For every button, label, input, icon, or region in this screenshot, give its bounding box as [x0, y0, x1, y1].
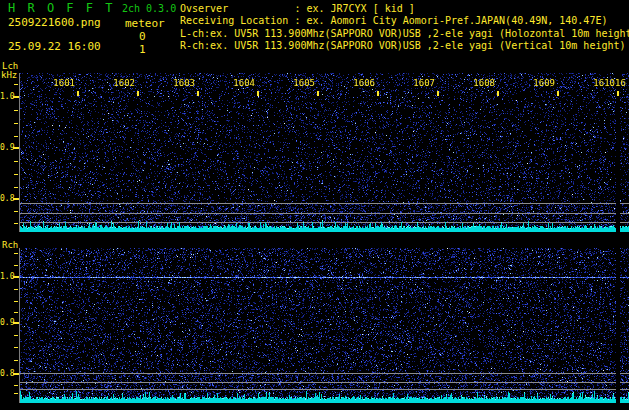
minute-tick — [557, 91, 559, 96]
freq-minor-tick — [14, 211, 18, 212]
time-label: 1608 — [471, 78, 495, 89]
freq-minor-tick — [14, 84, 18, 85]
freq-minor-tick — [14, 187, 18, 188]
time-label: 1610 — [591, 78, 615, 89]
freq-minor-tick — [14, 161, 18, 162]
time-label: 1609 — [531, 78, 555, 89]
minute-tick — [617, 91, 619, 96]
khz-unit-label: kHz — [1, 70, 17, 80]
echo-count-top: 0 — [139, 30, 146, 43]
location-info-line: Receiving Location : ex. Aomori City Aom… — [180, 15, 607, 27]
freq-minor-tick — [14, 385, 18, 386]
time-label: 1606 — [351, 78, 375, 89]
time-label-edge-fragment: 16 — [615, 78, 629, 89]
lch-freq-tick-label-1-0: 1.0 — [0, 92, 13, 101]
observer-info-line: Ovserver : ex. JR7CYX [ kid ] — [180, 3, 415, 15]
lch-rig-info-line: L-ch:ex. UV5R 113.900Mhz(SAPPORO VOR)USB… — [180, 28, 629, 40]
freq-major-tick — [13, 373, 19, 375]
rch-freq-tick-label-0-9: 0.9 — [0, 318, 13, 327]
freq-minor-tick — [14, 110, 18, 111]
echo-count-bottom: 1 — [139, 43, 146, 56]
freq-minor-tick — [14, 393, 18, 394]
freq-major-tick — [13, 322, 19, 324]
rch-channel-label: Rch — [2, 240, 18, 250]
app-title: H R O F F T — [8, 2, 115, 15]
freq-minor-tick — [14, 289, 18, 290]
minute-tick — [77, 91, 79, 96]
time-label: 1607 — [411, 78, 435, 89]
time-label: 1603 — [171, 78, 195, 89]
minute-tick — [377, 91, 379, 96]
freq-minor-tick — [14, 123, 18, 124]
freq-major-tick — [13, 147, 19, 149]
spectrogram-lch — [19, 73, 629, 232]
time-label: 1601 — [51, 78, 75, 89]
freq-minor-tick — [14, 301, 18, 302]
minute-tick — [497, 91, 499, 96]
minute-tick — [197, 91, 199, 96]
freq-major-tick — [13, 96, 19, 98]
minute-tick — [257, 91, 259, 96]
freq-minor-tick — [14, 360, 18, 361]
time-label: 1602 — [111, 78, 135, 89]
freq-minor-tick — [14, 347, 18, 348]
rch-freq-tick-label-1-0: 1.0 — [0, 272, 13, 281]
hrofft-output-image: { "header": { "app_title": "H R O F F T"… — [0, 0, 629, 410]
minute-tick — [137, 91, 139, 96]
rch-freq-tick-label-0-8: 0.8 — [0, 369, 13, 378]
freq-major-tick — [13, 276, 19, 278]
time-label: 1604 — [231, 78, 255, 89]
freq-minor-tick — [14, 265, 18, 266]
freq-minor-tick — [14, 253, 18, 254]
filename-label: 2509221600.png — [8, 16, 101, 29]
freq-minor-tick — [14, 223, 18, 224]
minute-tick — [437, 91, 439, 96]
freq-minor-tick — [14, 335, 18, 336]
lch-freq-tick-label-0-9: 0.9 — [0, 143, 13, 152]
time-label: 1605 — [291, 78, 315, 89]
minute-tick — [317, 91, 319, 96]
freq-major-tick — [13, 198, 19, 200]
freq-minor-tick — [14, 312, 18, 313]
rch-rig-info-line: R-ch:ex. UV5R 113.900Mhz(SAPPORO VOR)USB… — [180, 40, 626, 52]
spectrogram-rch — [19, 248, 629, 403]
mode-label: meteor — [125, 17, 165, 30]
lch-freq-tick-label-0-8: 0.8 — [0, 194, 13, 203]
freq-minor-tick — [14, 174, 18, 175]
version-label: 2ch 0.3.0 — [122, 3, 176, 15]
datetime-label: 25.09.22 16:00 — [8, 40, 101, 53]
freq-minor-tick — [14, 136, 18, 137]
